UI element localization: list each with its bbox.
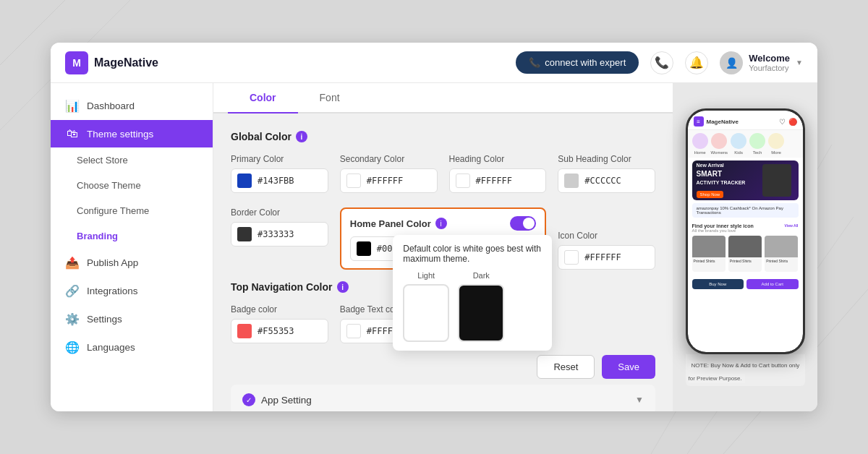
connect-expert-button[interactable]: 📞 connect with expert [516,51,639,74]
logo-area: M MageNative [65,51,158,74]
primary-color-field: Primary Color #143FBB [231,154,328,193]
phone-buy-row: Buy Now Add to Cart [688,275,803,294]
dashboard-icon: 📊 [65,99,80,113]
user-area[interactable]: 👤 Welcome Yourfactory ▼ [720,51,803,74]
app-setting-left: ✓ App Setting [242,393,312,406]
buy-now-button[interactable]: Buy Now [692,279,744,289]
logo-icon: M [65,51,88,74]
secondary-color-swatch [346,174,361,188]
badge-color-input[interactable]: #F55353 [231,319,328,343]
heading-color-field: Heading Color #FFFFFF [449,154,547,193]
subheading-color-swatch [564,174,579,188]
header: M MageNative 📞 connect with expert 📞 🔔 👤… [51,43,817,83]
tab-font[interactable]: Font [298,83,362,113]
top-nav-info-icon[interactable]: i [337,281,349,293]
subheading-color-input[interactable]: #CCCCCC [558,168,655,193]
product-item-1: Printed Shirts [692,236,726,272]
sidebar-label-choose-theme: Choose Theme [77,180,141,191]
icon-color-swatch [564,250,579,265]
tab-bar: Color Font [213,83,673,113]
sidebar-label-select-store: Select Store [77,155,128,166]
phone-banner: New Arrival SMART ACTIVITY TRACKER Shop … [692,160,799,200]
reset-button[interactable]: Reset [537,355,595,379]
sidebar-label-publish-app: Publish App [87,257,138,268]
sidebar-item-publish-app[interactable]: 📤 Publish App [51,249,213,277]
sidebar: 📊 Dashboard 🛍 Theme settings Select Stor… [51,83,213,411]
home-panel-swatch [357,241,371,256]
tab-color[interactable]: Color [228,83,298,113]
sidebar-label-dashboard: Dashboard [87,100,135,111]
phone-products: Printed Shirts Printed Shirts Printed Sh… [688,234,803,273]
global-color-section-title: Global Color i [231,131,655,142]
subheading-color-field: Sub Heading Color #CCCCCC [558,154,655,193]
logo-text: MageNative [94,56,158,69]
publish-icon: 📤 [65,256,80,270]
phone-icon: 📞 [529,57,540,68]
home-panel-section: Home Panel Color i #000000 [340,207,547,270]
product-item-2: Printed Shirts [728,236,762,272]
notification-icon[interactable]: 🔔 [685,51,708,74]
sidebar-label-configure-theme: Configure Theme [77,205,149,216]
sidebar-label-languages: Languages [87,342,135,353]
phone-note: NOTE: Buy Now & Add to Cart button only … [686,354,805,386]
home-panel-info-icon[interactable]: i [435,218,447,229]
secondary-color-input[interactable]: #FFFFFF [340,168,438,193]
border-color-field: Border Color #333333 [231,207,328,270]
badge-color-swatch [237,324,252,338]
main-content: Global Color i Primary Color #143FBB Sec… [213,113,673,411]
phone-payment-bar: amazonpay 10% Cashback* On Amazon Pay Tr… [692,203,799,218]
sidebar-label-branding: Branding [77,231,118,241]
primary-color-input[interactable]: #143FBB [231,168,328,193]
sidebar-item-configure-theme[interactable]: Configure Theme [51,198,213,223]
theme-settings-icon: 🛍 [65,127,80,140]
sidebar-item-theme-settings[interactable]: 🛍 Theme settings [51,120,213,147]
dark-theme-option[interactable]: Dark [458,271,504,342]
sidebar-item-integrations[interactable]: 🔗 Integrations [51,277,213,305]
chevron-down-icon: ▼ [635,395,644,405]
secondary-color-field: Secondary Color #FFFFFF [340,154,438,193]
phone-header: ≡ MageNative ♡ 🔴 [688,111,803,130]
languages-icon: 🌐 [65,340,80,354]
phone-header-icon[interactable]: 📞 [650,51,673,74]
phone-screen: ≡ MageNative ♡ 🔴 Home [688,111,803,352]
global-color-info-icon[interactable]: i [296,131,307,142]
heading-color-swatch [456,174,470,188]
product-item-3: Printed Shirts [765,236,798,272]
phone-mockup: ≡ MageNative ♡ 🔴 Home [686,108,805,354]
integrations-icon: 🔗 [65,284,80,298]
action-row: Reset Save [231,355,655,379]
sidebar-item-dashboard[interactable]: 📊 Dashboard [51,92,213,120]
settings-icon: ⚙️ [65,312,80,326]
header-right: 📞 connect with expert 📞 🔔 👤 Welcome Your… [516,51,803,74]
phone-area: ≡ MageNative ♡ 🔴 Home [673,83,817,411]
light-theme-option[interactable]: Light [403,271,449,342]
home-panel-toggle[interactable] [510,216,536,231]
badge-text-swatch [346,324,361,338]
app-setting-row[interactable]: ✓ App Setting ▼ [231,385,655,411]
home-panel-title: Home Panel Color i [350,218,447,229]
user-info: Welcome Yourfactory [749,53,790,72]
sidebar-item-choose-theme[interactable]: Choose Theme [51,173,213,198]
border-color-input[interactable]: #333333 [231,222,328,247]
sidebar-item-branding[interactable]: Branding [51,223,213,249]
sidebar-label-integrations: Integrations [87,286,138,296]
light-theme-preview [403,284,449,342]
tooltip-box: Default color is white goes best with ma… [393,235,552,351]
sidebar-label-theme-settings: Theme settings [87,129,153,140]
badge-color-field: Badge color #F55353 [231,304,328,343]
global-color-grid: Primary Color #143FBB Secondary Color #F… [231,154,655,193]
dark-theme-preview [458,284,504,342]
theme-options: Light Dark [403,271,542,342]
add-to-cart-button[interactable]: Add to Cart [746,279,799,289]
primary-color-swatch [237,174,252,188]
icon-color-input[interactable]: #FFFFFF [558,245,655,270]
sidebar-item-languages[interactable]: 🌐 Languages [51,333,213,361]
sidebar-item-select-store[interactable]: Select Store [51,147,213,173]
app-setting-check-icon: ✓ [242,393,255,406]
content-area: Color Font Global Color i Primary Color … [213,83,673,411]
heading-color-input[interactable]: #FFFFFF [449,168,547,193]
save-button[interactable]: Save [602,355,655,379]
border-color-swatch [237,227,252,241]
icon-color-field: Icon Color #FFFFFF [558,231,655,270]
sidebar-item-settings[interactable]: ⚙️ Settings [51,305,213,333]
